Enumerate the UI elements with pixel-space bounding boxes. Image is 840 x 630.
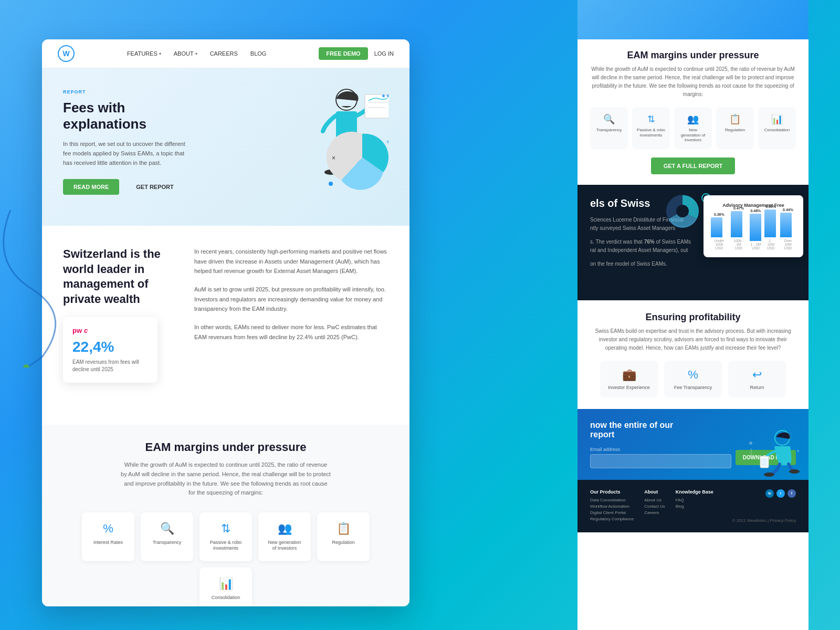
new-gen-icon: 👥 <box>678 113 708 125</box>
chart-bar-item: 0.49% 2 - 10MUSD <box>764 205 777 250</box>
wealth-section: Switzerland is the world leader in manag… <box>42 226 410 425</box>
svg-point-14 <box>676 205 689 217</box>
pwc-card: pwc 22,4% EAM revenues from fees will de… <box>63 317 158 383</box>
rf-link[interactable]: Workflow Automation <box>590 504 634 509</box>
right-panel: EAM margins under pressure While the gro… <box>578 0 808 630</box>
bar-value: 0.49% <box>764 205 777 208</box>
bar-visual <box>731 211 742 237</box>
svg-point-18 <box>764 472 774 477</box>
rf-link[interactable]: Contact Us <box>644 504 665 509</box>
icon-label: Regulation <box>324 540 362 546</box>
linkedin-icon[interactable]: in <box>765 489 774 498</box>
bar-label: Under100k USD <box>711 239 728 250</box>
chart-bar-item: 0.47% 100k - 1MUSD <box>731 206 747 250</box>
rf-link[interactable]: Data Consolidation <box>590 498 634 502</box>
right-eam-section: EAM margins under pressure While the gro… <box>578 39 808 185</box>
read-more-button[interactable]: READ MORE <box>63 179 119 195</box>
left-panel: W FEATURES ▾ ABOUT ▾ CAREERS BLOG FREE D… <box>42 39 410 606</box>
transparency-icon: 🔍 <box>594 113 624 125</box>
chevron-icon: ▾ <box>195 51 197 56</box>
twitter-icon[interactable]: t <box>776 489 785 498</box>
rf-link[interactable]: Careers <box>644 510 665 515</box>
download-illustration <box>740 427 803 480</box>
pwc-logo: pwc <box>72 327 148 334</box>
chart-bar-item: 0.36% Under100k USD <box>711 213 728 250</box>
bar-label: 100k - 1MUSD <box>731 239 747 250</box>
eam-icon-grid: % Interest Rates 🔍 Transparency ⇅ Passiv… <box>63 512 388 606</box>
nav-blog[interactable]: BLOG <box>250 50 267 57</box>
svg-point-12 <box>23 364 29 368</box>
hero-illustration: ★★★ × <box>284 79 388 205</box>
download-section: now the entire of our report Email addre… <box>578 409 808 480</box>
chart-bars: 0.36% Under100k USD 0.47% 100k - 1MUSD 0… <box>711 213 796 250</box>
icon-interest-rates: % Interest Rates <box>82 512 134 561</box>
svg-rect-21 <box>761 458 768 466</box>
right-icon-grid: 🔍 Transparency ⇅ Passive & robo investme… <box>590 107 796 149</box>
email-input[interactable] <box>590 454 731 468</box>
bar-value: 0.47% <box>731 206 747 210</box>
rf-link[interactable]: Blog <box>676 504 713 509</box>
icon-consolidation: 📊 Consolidation <box>200 568 252 606</box>
dark-text-2: s. The verdict was that 76% of Swiss EAM… <box>590 238 695 255</box>
eam-desc: While the growth of AuM is expected to c… <box>121 460 331 497</box>
robo-icon: ⇅ <box>207 522 245 536</box>
profit-section: Ensuring profitability Swiss EAMs build … <box>578 300 808 409</box>
body-text-3: In other words, EAMs need to deliver mor… <box>194 322 388 342</box>
navbar: W FEATURES ▾ ABOUT ▾ CAREERS BLOG FREE D… <box>42 39 410 68</box>
bar-label: 2 - 10MUSD <box>764 239 777 250</box>
logo: W <box>58 45 75 62</box>
chart-bar-item: 0.44% Over10M USD <box>780 208 796 250</box>
profit-icon-label: Return <box>734 385 780 390</box>
right-footer: Our Products Data Consolidation Workflow… <box>578 480 808 532</box>
full-report-button[interactable]: GET A FULL REPORT <box>651 158 736 174</box>
rf-link[interactable]: Regulatory Compliance <box>590 517 634 521</box>
get-report-button[interactable]: GET REPORT <box>125 179 184 195</box>
right-icon-regulation: 📋 Regulation <box>716 107 754 149</box>
two-col-layout: Switzerland is the world leader in manag… <box>63 247 388 383</box>
icon-new-gen: 👥 New generation of Investors <box>258 512 311 561</box>
bar-value: 0.36% <box>711 213 728 216</box>
passive-robo-icon: ⇅ <box>636 113 666 125</box>
icon-label: Transparency <box>148 540 186 546</box>
regulation-icon: 📋 <box>720 113 750 125</box>
icon-label: Interest Rates <box>89 540 127 546</box>
rf-copy: © 2021 WealthArc | Privacy Policy <box>732 518 796 523</box>
icon-label: Consolidation <box>207 595 245 601</box>
nav-about[interactable]: ABOUT ▾ <box>174 50 197 57</box>
icon-label: Passive & robo investments <box>636 128 666 138</box>
svg-point-9 <box>329 182 333 186</box>
profit-icon-investor: 💼 Investor Experience <box>600 361 658 397</box>
bar-label: Over10M USD <box>780 239 796 250</box>
right-icon-transparency: 🔍 Transparency <box>590 107 628 149</box>
rf-link[interactable]: About Us <box>644 498 665 502</box>
facebook-icon[interactable]: f <box>788 489 796 498</box>
icon-label: Passive & robo investments <box>207 540 245 552</box>
consolidation-icon: 📊 <box>762 113 792 125</box>
svg-point-22 <box>749 442 752 445</box>
left-col: Switzerland is the world leader in manag… <box>63 247 178 383</box>
profit-title: Ensuring profitability <box>590 312 796 323</box>
rf-heading: About <box>644 489 665 495</box>
rf-link[interactable]: Digital Client Portal <box>590 510 634 515</box>
fee-transparency-icon: % <box>670 368 716 382</box>
bar-visual <box>711 217 722 237</box>
login-button[interactable]: LOG IN <box>374 50 394 57</box>
bar-visual <box>780 213 792 237</box>
right-top-header <box>578 0 808 39</box>
hero-title: Fees with explanations <box>63 100 200 132</box>
right-eam-title: EAM margins under pressure <box>590 50 796 61</box>
icon-label: Regulation <box>720 128 750 133</box>
right-col: In recent years, consistently high-perfo… <box>194 247 388 383</box>
rf-socials: in t f <box>765 489 796 498</box>
icon-transparency: 🔍 Transparency <box>141 512 193 561</box>
rf-link[interactable]: FAQ <box>676 498 713 502</box>
bar-visual <box>750 214 761 241</box>
bar-value: 0.48% <box>750 209 761 213</box>
wealth-heading: Switzerland is the world leader in manag… <box>63 247 178 307</box>
eam-section: EAM margins under pressure While the gro… <box>42 425 410 606</box>
nav-careers[interactable]: CAREERS <box>210 50 238 57</box>
nav-features[interactable]: FEATURES ▾ <box>127 50 161 57</box>
free-demo-button[interactable]: FREE DEMO <box>319 47 368 60</box>
chart-bar-item: 0.48% 1 - 2MUSD <box>750 209 761 250</box>
right-eam-desc: While the growth of AuM is expected to c… <box>590 65 796 99</box>
